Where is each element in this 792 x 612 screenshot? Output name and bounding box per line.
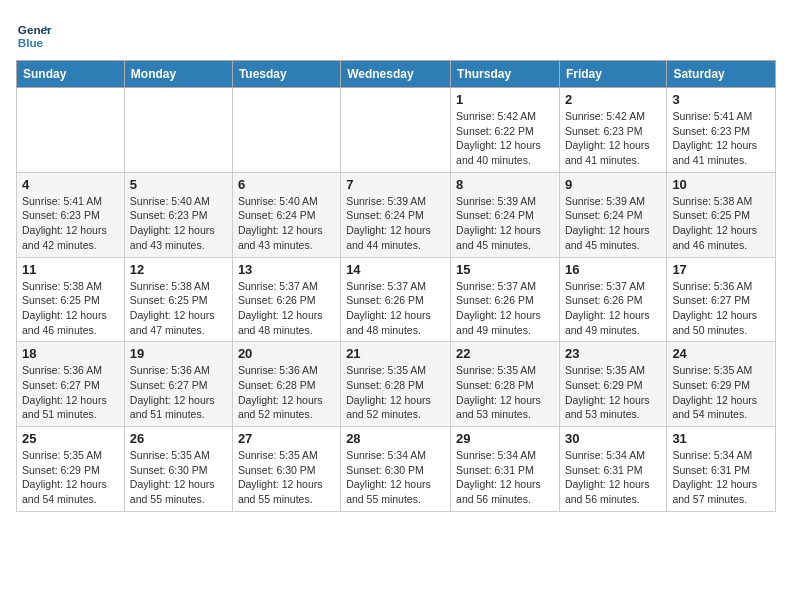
calendar-cell: 13Sunrise: 5:37 AM Sunset: 6:26 PM Dayli… (232, 257, 340, 342)
calendar-cell: 20Sunrise: 5:36 AM Sunset: 6:28 PM Dayli… (232, 342, 340, 427)
calendar-cell: 5Sunrise: 5:40 AM Sunset: 6:23 PM Daylig… (124, 172, 232, 257)
day-number: 24 (672, 346, 770, 361)
calendar-cell: 21Sunrise: 5:35 AM Sunset: 6:28 PM Dayli… (341, 342, 451, 427)
day-info: Sunrise: 5:35 AM Sunset: 6:28 PM Dayligh… (456, 363, 554, 422)
day-number: 21 (346, 346, 445, 361)
calendar-cell: 29Sunrise: 5:34 AM Sunset: 6:31 PM Dayli… (451, 427, 560, 512)
calendar-cell: 12Sunrise: 5:38 AM Sunset: 6:25 PM Dayli… (124, 257, 232, 342)
calendar-cell: 18Sunrise: 5:36 AM Sunset: 6:27 PM Dayli… (17, 342, 125, 427)
day-info: Sunrise: 5:34 AM Sunset: 6:31 PM Dayligh… (565, 448, 661, 507)
day-info: Sunrise: 5:36 AM Sunset: 6:27 PM Dayligh… (22, 363, 119, 422)
calendar-cell: 8Sunrise: 5:39 AM Sunset: 6:24 PM Daylig… (451, 172, 560, 257)
day-info: Sunrise: 5:37 AM Sunset: 6:26 PM Dayligh… (346, 279, 445, 338)
calendar-cell: 31Sunrise: 5:34 AM Sunset: 6:31 PM Dayli… (667, 427, 776, 512)
col-header-saturday: Saturday (667, 61, 776, 88)
day-info: Sunrise: 5:34 AM Sunset: 6:31 PM Dayligh… (456, 448, 554, 507)
day-info: Sunrise: 5:38 AM Sunset: 6:25 PM Dayligh… (22, 279, 119, 338)
calendar-cell: 23Sunrise: 5:35 AM Sunset: 6:29 PM Dayli… (559, 342, 666, 427)
day-info: Sunrise: 5:41 AM Sunset: 6:23 PM Dayligh… (672, 109, 770, 168)
day-number: 19 (130, 346, 227, 361)
calendar-cell: 25Sunrise: 5:35 AM Sunset: 6:29 PM Dayli… (17, 427, 125, 512)
calendar-cell (124, 88, 232, 173)
day-number: 27 (238, 431, 335, 446)
day-info: Sunrise: 5:35 AM Sunset: 6:29 PM Dayligh… (565, 363, 661, 422)
day-number: 17 (672, 262, 770, 277)
calendar-cell (17, 88, 125, 173)
day-info: Sunrise: 5:42 AM Sunset: 6:23 PM Dayligh… (565, 109, 661, 168)
day-number: 20 (238, 346, 335, 361)
calendar-cell: 2Sunrise: 5:42 AM Sunset: 6:23 PM Daylig… (559, 88, 666, 173)
day-info: Sunrise: 5:35 AM Sunset: 6:28 PM Dayligh… (346, 363, 445, 422)
day-number: 4 (22, 177, 119, 192)
calendar-cell: 15Sunrise: 5:37 AM Sunset: 6:26 PM Dayli… (451, 257, 560, 342)
day-info: Sunrise: 5:35 AM Sunset: 6:29 PM Dayligh… (22, 448, 119, 507)
day-number: 1 (456, 92, 554, 107)
day-info: Sunrise: 5:39 AM Sunset: 6:24 PM Dayligh… (346, 194, 445, 253)
day-info: Sunrise: 5:37 AM Sunset: 6:26 PM Dayligh… (238, 279, 335, 338)
day-number: 5 (130, 177, 227, 192)
calendar-cell: 10Sunrise: 5:38 AM Sunset: 6:25 PM Dayli… (667, 172, 776, 257)
col-header-thursday: Thursday (451, 61, 560, 88)
day-number: 7 (346, 177, 445, 192)
day-number: 2 (565, 92, 661, 107)
calendar-cell: 22Sunrise: 5:35 AM Sunset: 6:28 PM Dayli… (451, 342, 560, 427)
calendar-cell: 26Sunrise: 5:35 AM Sunset: 6:30 PM Dayli… (124, 427, 232, 512)
day-number: 14 (346, 262, 445, 277)
day-info: Sunrise: 5:36 AM Sunset: 6:27 PM Dayligh… (130, 363, 227, 422)
day-info: Sunrise: 5:40 AM Sunset: 6:24 PM Dayligh… (238, 194, 335, 253)
logo: General Blue (16, 16, 56, 52)
day-number: 9 (565, 177, 661, 192)
logo-icon: General Blue (16, 16, 52, 52)
day-number: 23 (565, 346, 661, 361)
calendar-cell: 7Sunrise: 5:39 AM Sunset: 6:24 PM Daylig… (341, 172, 451, 257)
calendar-cell: 16Sunrise: 5:37 AM Sunset: 6:26 PM Dayli… (559, 257, 666, 342)
day-number: 15 (456, 262, 554, 277)
calendar-cell: 30Sunrise: 5:34 AM Sunset: 6:31 PM Dayli… (559, 427, 666, 512)
calendar-cell: 6Sunrise: 5:40 AM Sunset: 6:24 PM Daylig… (232, 172, 340, 257)
calendar-week-1: 1Sunrise: 5:42 AM Sunset: 6:22 PM Daylig… (17, 88, 776, 173)
day-info: Sunrise: 5:34 AM Sunset: 6:31 PM Dayligh… (672, 448, 770, 507)
calendar-week-2: 4Sunrise: 5:41 AM Sunset: 6:23 PM Daylig… (17, 172, 776, 257)
col-header-sunday: Sunday (17, 61, 125, 88)
calendar-header-row: SundayMondayTuesdayWednesdayThursdayFrid… (17, 61, 776, 88)
calendar-cell: 28Sunrise: 5:34 AM Sunset: 6:30 PM Dayli… (341, 427, 451, 512)
day-info: Sunrise: 5:35 AM Sunset: 6:29 PM Dayligh… (672, 363, 770, 422)
day-number: 13 (238, 262, 335, 277)
day-info: Sunrise: 5:37 AM Sunset: 6:26 PM Dayligh… (456, 279, 554, 338)
day-info: Sunrise: 5:35 AM Sunset: 6:30 PM Dayligh… (238, 448, 335, 507)
day-info: Sunrise: 5:41 AM Sunset: 6:23 PM Dayligh… (22, 194, 119, 253)
calendar-cell: 11Sunrise: 5:38 AM Sunset: 6:25 PM Dayli… (17, 257, 125, 342)
day-number: 18 (22, 346, 119, 361)
svg-text:Blue: Blue (18, 36, 44, 49)
calendar-week-3: 11Sunrise: 5:38 AM Sunset: 6:25 PM Dayli… (17, 257, 776, 342)
day-number: 28 (346, 431, 445, 446)
day-info: Sunrise: 5:34 AM Sunset: 6:30 PM Dayligh… (346, 448, 445, 507)
calendar-cell: 14Sunrise: 5:37 AM Sunset: 6:26 PM Dayli… (341, 257, 451, 342)
day-number: 6 (238, 177, 335, 192)
day-info: Sunrise: 5:37 AM Sunset: 6:26 PM Dayligh… (565, 279, 661, 338)
calendar-cell (232, 88, 340, 173)
col-header-tuesday: Tuesday (232, 61, 340, 88)
day-info: Sunrise: 5:39 AM Sunset: 6:24 PM Dayligh… (456, 194, 554, 253)
calendar-cell: 19Sunrise: 5:36 AM Sunset: 6:27 PM Dayli… (124, 342, 232, 427)
calendar-cell: 17Sunrise: 5:36 AM Sunset: 6:27 PM Dayli… (667, 257, 776, 342)
col-header-wednesday: Wednesday (341, 61, 451, 88)
calendar-week-5: 25Sunrise: 5:35 AM Sunset: 6:29 PM Dayli… (17, 427, 776, 512)
day-number: 3 (672, 92, 770, 107)
calendar-cell: 27Sunrise: 5:35 AM Sunset: 6:30 PM Dayli… (232, 427, 340, 512)
calendar-table: SundayMondayTuesdayWednesdayThursdayFrid… (16, 60, 776, 512)
day-number: 22 (456, 346, 554, 361)
day-info: Sunrise: 5:38 AM Sunset: 6:25 PM Dayligh… (130, 279, 227, 338)
calendar-week-4: 18Sunrise: 5:36 AM Sunset: 6:27 PM Dayli… (17, 342, 776, 427)
day-info: Sunrise: 5:39 AM Sunset: 6:24 PM Dayligh… (565, 194, 661, 253)
calendar-cell: 9Sunrise: 5:39 AM Sunset: 6:24 PM Daylig… (559, 172, 666, 257)
day-number: 12 (130, 262, 227, 277)
col-header-friday: Friday (559, 61, 666, 88)
page-header: General Blue (16, 16, 776, 52)
calendar-cell (341, 88, 451, 173)
day-number: 30 (565, 431, 661, 446)
day-info: Sunrise: 5:40 AM Sunset: 6:23 PM Dayligh… (130, 194, 227, 253)
calendar-body: 1Sunrise: 5:42 AM Sunset: 6:22 PM Daylig… (17, 88, 776, 512)
day-number: 29 (456, 431, 554, 446)
day-number: 10 (672, 177, 770, 192)
